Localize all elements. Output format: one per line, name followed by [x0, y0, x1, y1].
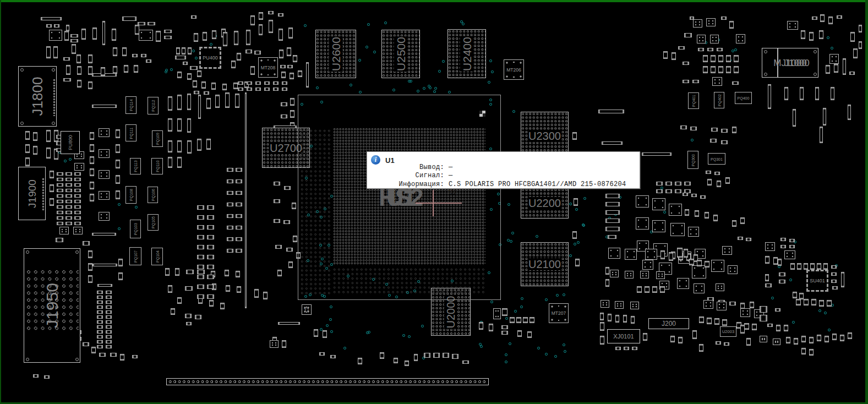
passive-component[interactable]: [106, 301, 112, 304]
passive-component[interactable]: [135, 25, 139, 35]
passive-component[interactable]: [46, 148, 51, 159]
passive-component[interactable]: [683, 80, 689, 83]
passive-component[interactable]: [707, 179, 712, 185]
passive-component[interactable]: [288, 261, 293, 268]
passive-component[interactable]: [25, 131, 30, 140]
passive-component[interactable]: [223, 32, 227, 46]
passive-component[interactable]: [187, 73, 192, 80]
passive-component[interactable]: [57, 194, 63, 198]
passive-component[interactable]: [164, 36, 172, 39]
component-pq104[interactable]: PQ104: [151, 248, 163, 265]
passive-component[interactable]: [707, 318, 712, 324]
passive-component[interactable]: [615, 347, 621, 350]
passive-component[interactable]: [600, 336, 604, 345]
passive-component[interactable]: [765, 242, 775, 251]
passive-component[interactable]: [25, 144, 30, 153]
passive-component[interactable]: [778, 259, 782, 266]
passive-component[interactable]: [63, 78, 71, 81]
passive-component[interactable]: [811, 299, 816, 305]
passive-component[interactable]: [106, 330, 112, 334]
passive-component[interactable]: [146, 59, 151, 63]
passive-component[interactable]: [46, 24, 52, 28]
passive-component[interactable]: [717, 48, 723, 51]
passive-component[interactable]: [106, 315, 112, 319]
passive-component[interactable]: [132, 54, 138, 57]
passive-component[interactable]: [726, 66, 731, 73]
passive-component[interactable]: [278, 322, 300, 325]
passive-component[interactable]: [259, 24, 263, 35]
passive-component[interactable]: [810, 263, 815, 270]
passive-component[interactable]: [849, 72, 855, 75]
passive-component[interactable]: [636, 195, 649, 208]
passive-component[interactable]: [801, 348, 806, 354]
passive-component[interactable]: [707, 48, 713, 51]
passive-component[interactable]: [197, 245, 204, 249]
passive-component[interactable]: [683, 62, 689, 65]
passive-component[interactable]: [182, 47, 185, 54]
passive-component[interactable]: [699, 344, 703, 352]
passive-component[interactable]: [197, 225, 204, 230]
passive-component[interactable]: [280, 65, 286, 68]
passive-component[interactable]: [274, 199, 280, 203]
passive-component[interactable]: [711, 66, 716, 73]
passive-component[interactable]: [489, 324, 493, 331]
passive-component[interactable]: [685, 209, 689, 216]
passive-component[interactable]: [710, 139, 717, 143]
passive-component[interactable]: [236, 237, 242, 241]
passive-component[interactable]: [65, 189, 72, 192]
passive-component[interactable]: [275, 245, 282, 249]
passive-component[interactable]: [510, 317, 515, 323]
passive-component[interactable]: [65, 205, 72, 209]
passive-component[interactable]: [106, 340, 112, 343]
component-pq111[interactable]: PQ111: [125, 124, 137, 141]
passive-component[interactable]: [227, 179, 233, 183]
passive-component[interactable]: [122, 17, 137, 21]
passive-component[interactable]: [298, 70, 302, 77]
passive-component[interactable]: [236, 203, 242, 206]
passive-component[interactable]: [57, 183, 63, 187]
passive-component[interactable]: [97, 345, 103, 348]
component-y1[interactable]: Y1: [302, 304, 312, 315]
passive-component[interactable]: [254, 51, 261, 54]
passive-component[interactable]: [194, 91, 199, 94]
component-pq402[interactable]: PQ402: [714, 92, 724, 108]
passive-component[interactable]: [74, 172, 81, 176]
passive-component[interactable]: [65, 183, 72, 187]
component-pq103[interactable]: PQ103: [130, 220, 141, 238]
passive-component[interactable]: [209, 300, 214, 307]
passive-component[interactable]: [57, 222, 63, 225]
passive-component[interactable]: [46, 130, 51, 142]
passive-component[interactable]: [197, 215, 204, 220]
passive-component[interactable]: [287, 65, 293, 68]
passive-component[interactable]: [819, 300, 824, 307]
passive-component[interactable]: [63, 57, 70, 61]
passive-component[interactable]: [625, 249, 637, 260]
passive-component[interactable]: [247, 81, 252, 85]
passive-component[interactable]: [97, 320, 103, 324]
passive-component[interactable]: [88, 250, 92, 258]
passive-component[interactable]: [207, 215, 214, 220]
passive-component[interactable]: [177, 157, 182, 168]
passive-component[interactable]: [110, 353, 117, 357]
passive-component[interactable]: [222, 84, 227, 90]
passive-component[interactable]: [236, 191, 242, 195]
passive-component[interactable]: [283, 220, 290, 224]
passive-component[interactable]: [787, 21, 798, 30]
passive-component[interactable]: [207, 275, 214, 279]
passive-component[interactable]: [722, 319, 727, 326]
passive-component[interactable]: [726, 55, 731, 62]
passive-component[interactable]: [92, 105, 117, 108]
passive-component[interactable]: [259, 12, 263, 20]
passive-component[interactable]: [74, 200, 81, 203]
passive-component[interactable]: [74, 163, 84, 171]
passive-component[interactable]: [197, 275, 204, 279]
passive-component[interactable]: [608, 248, 620, 259]
passive-component[interactable]: [780, 245, 786, 248]
passive-component[interactable]: [97, 325, 103, 329]
passive-component[interactable]: [250, 15, 255, 25]
passive-component[interactable]: [516, 317, 521, 323]
passive-component[interactable]: [120, 354, 124, 361]
passive-component[interactable]: [859, 41, 862, 49]
passive-component[interactable]: [220, 303, 225, 309]
passive-component[interactable]: [502, 308, 507, 316]
